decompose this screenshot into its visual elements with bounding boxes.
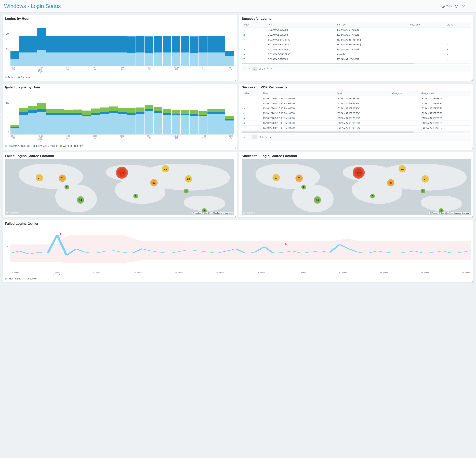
bar[interactable] — [10, 125, 19, 134]
table[interactable]: Indexhostsrc_userdest_usersrc_ip1EC2AMAZ… — [242, 22, 471, 62]
table-row[interactable]: 613/10/2020 9:11:09 PM +0530EC2AMAZ-ER3E… — [242, 121, 471, 126]
table-row[interactable]: 5EC2AMAZ-J7K308IEC2AMAZ-J7K308I$- — [242, 47, 471, 52]
resize-handle[interactable] — [471, 148, 473, 149]
pager-prev[interactable]: ‹ — [248, 67, 251, 70]
more-icon[interactable] — [468, 4, 472, 8]
bar[interactable] — [73, 110, 82, 134]
improve-map-link[interactable]: Improve this map — [454, 212, 469, 214]
map-bubble[interactable]: 27 — [36, 174, 43, 181]
legend-item[interactable]: Failure — [5, 76, 15, 79]
bar[interactable] — [181, 36, 189, 66]
bar[interactable] — [109, 36, 118, 66]
bar[interactable] — [154, 107, 162, 134]
table-row[interactable]: 2EC2AMAZ-J7K308IEC2AMAZ-J7K308I$- — [242, 32, 471, 37]
table-row[interactable]: 113/10/2020 9:27:37 PM +0530EC2AMAZ-ER3E… — [242, 96, 471, 101]
bar[interactable] — [136, 108, 144, 134]
resize-handle[interactable] — [471, 280, 473, 282]
table-row[interactable]: 4EC2AMAZ-ER3EF3CEC2AMAZ-ER3EF3C$- — [242, 42, 471, 47]
bar[interactable] — [127, 36, 136, 66]
pager-prev[interactable]: ‹ — [248, 136, 251, 139]
col-header[interactable]: dest_user — [391, 91, 420, 96]
legend-item[interactable]: EC2AMAZ-J7K308I — [34, 145, 57, 147]
map-bubble[interactable]: 1 — [184, 189, 188, 193]
pager-next[interactable]: › — [266, 67, 269, 70]
map-bubble[interactable]: 3 — [370, 194, 375, 198]
bar[interactable] — [37, 28, 46, 66]
bar[interactable] — [55, 36, 64, 66]
col-header[interactable]: Index — [242, 91, 261, 96]
resize-handle[interactable] — [235, 215, 236, 217]
table-row[interactable]: 413/10/2020 9:27:35 PM +0530EC2AMAZ-ER3E… — [242, 111, 471, 116]
table-row[interactable]: 713/10/2020 9:11:08 PM +0530EC2AMAZ-ER3E… — [242, 126, 471, 130]
bar[interactable] — [145, 105, 153, 134]
map-bubble[interactable]: 27 — [272, 174, 280, 181]
bar[interactable] — [19, 36, 28, 66]
bar[interactable] — [190, 36, 198, 66]
map-bubble[interactable]: 7 — [65, 185, 69, 189]
bar[interactable] — [145, 36, 153, 66]
col-header[interactable]: dest_user — [408, 22, 445, 27]
map-bubble[interactable]: 24 — [422, 175, 429, 183]
bar[interactable] — [154, 36, 162, 66]
time-range-picker[interactable]: -24h — [441, 4, 452, 8]
legend-item[interactable]: Success — [18, 76, 30, 79]
col-header[interactable]: host — [266, 22, 336, 27]
resize-handle[interactable] — [235, 148, 236, 149]
legend-item[interactable]: threshold — [24, 277, 37, 280]
bar[interactable] — [37, 103, 46, 134]
bar[interactable] — [100, 108, 109, 134]
bar[interactable] — [216, 36, 225, 66]
col-header[interactable]: dest_domain — [420, 91, 471, 96]
map-bubble[interactable]: 51 — [59, 175, 66, 182]
bar[interactable] — [163, 109, 171, 134]
table-row[interactable]: 313/10/2020 9:27:36 PM +0530EC2AMAZ-ER3E… — [242, 106, 471, 111]
table-row[interactable]: 3EC2AMAZ-ER3EF3CEC2AMAZ-ER3EF3C$- — [242, 37, 471, 42]
map-bubble[interactable]: 23 — [185, 175, 192, 183]
pager-first[interactable]: « — [243, 136, 246, 139]
map-bubble[interactable]: 51 — [295, 175, 303, 182]
anomaly-marker[interactable] — [60, 233, 61, 235]
table-row[interactable]: 7EC2AMAZ-J7K308IEC2AMAZ-J7K308I$- — [242, 57, 471, 62]
resize-handle[interactable] — [235, 79, 236, 81]
chart-failed-by-hour[interactable]: 010020030009:00 PM12:00 AM13 Oct 2003:00… — [5, 91, 234, 147]
horizontal-scrollbar[interactable] — [242, 131, 471, 133]
map-bubble[interactable]: 3 — [133, 194, 138, 198]
bar[interactable] — [28, 36, 37, 66]
map-success[interactable]: 2751242212437714311mapbox© Mapbox © Open… — [242, 159, 471, 215]
bar[interactable] — [64, 110, 73, 134]
bar[interactable] — [91, 36, 100, 66]
bar[interactable] — [207, 36, 216, 66]
bar[interactable] — [207, 109, 216, 134]
anomaly-marker[interactable] — [285, 243, 287, 245]
refresh-icon[interactable] — [455, 4, 459, 8]
map-bubble[interactable]: 37 — [387, 179, 394, 187]
col-header[interactable]: src_ip — [445, 22, 471, 27]
horizontal-scrollbar[interactable] — [242, 63, 471, 64]
pager-last[interactable]: » — [269, 136, 272, 139]
bar[interactable] — [136, 36, 144, 66]
bar[interactable] — [109, 106, 118, 134]
bar[interactable] — [19, 108, 28, 134]
bar[interactable] — [82, 36, 91, 66]
map-bubble[interactable]: 1 — [421, 189, 425, 193]
bar[interactable] — [73, 36, 82, 66]
bar[interactable] — [163, 36, 171, 66]
bar[interactable] — [55, 109, 64, 134]
bar[interactable] — [82, 110, 91, 134]
col-header[interactable]: Time — [261, 91, 336, 96]
bar[interactable] — [216, 109, 225, 134]
map-bubble[interactable]: 236 — [116, 167, 128, 179]
table-row[interactable]: 213/10/2020 9:27:36 PM +0530EC2AMAZ-ER3E… — [242, 101, 471, 106]
bar[interactable] — [225, 51, 234, 66]
map-failed[interactable]: 2751236212337714311mapbox© Mapbox © Open… — [5, 159, 234, 215]
legend-item[interactable]: WIN-6C5PO5FS029 — [60, 145, 84, 147]
bar[interactable] — [190, 110, 198, 134]
legend-item[interactable]: EC2AMAZ-ER3EF3C — [5, 145, 30, 147]
improve-map-link[interactable]: Improve this map — [217, 212, 233, 214]
pager-next[interactable]: › — [265, 136, 268, 139]
col-header[interactable]: host — [336, 91, 391, 96]
bar[interactable] — [172, 110, 180, 134]
bar[interactable] — [46, 109, 55, 134]
bar[interactable] — [91, 109, 100, 134]
map-bubble[interactable]: 7 — [301, 185, 306, 189]
